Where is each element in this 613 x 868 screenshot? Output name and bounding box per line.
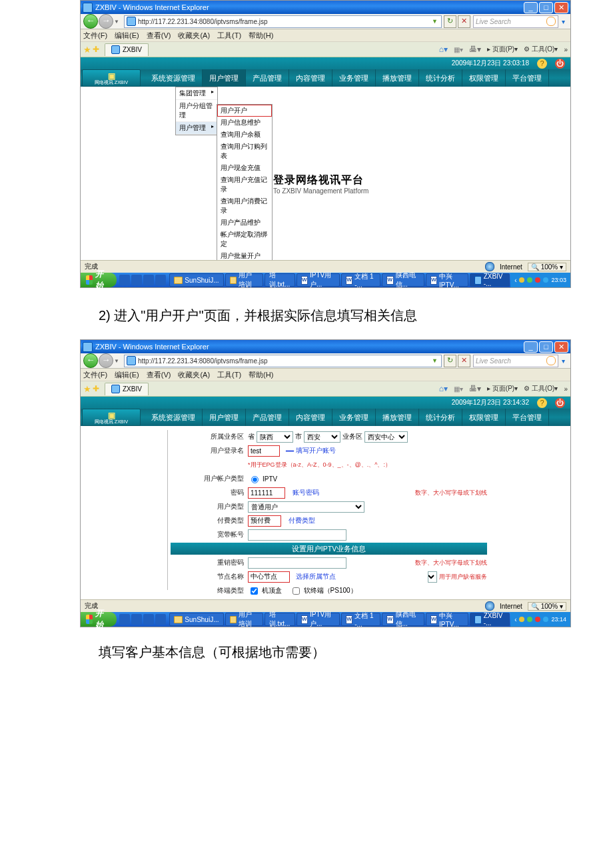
close-button[interactable]: ✕ [554, 341, 568, 353]
feeds-icon[interactable]: ▦▾ [454, 46, 463, 53]
tray-icon[interactable] [535, 277, 540, 283]
menu-tools[interactable]: 工具(T) [217, 31, 241, 41]
menu-perm[interactable]: 权限管理 [462, 69, 506, 87]
accttype-radio[interactable] [251, 476, 259, 483]
taskbar-item[interactable]: W中兴IPTV... [426, 613, 469, 626]
chevron-icon[interactable]: » [564, 385, 568, 393]
node-sel[interactable] [428, 571, 437, 583]
taskbar-item[interactable]: W陕西电信... [382, 613, 424, 626]
tools-menu[interactable]: ⚙ 工具(O)▾ [524, 45, 558, 54]
taskbar-item[interactable]: W陕西电信... [382, 273, 424, 287]
submenu2-item[interactable]: 用户产品维护 [217, 217, 272, 229]
menu-stat[interactable]: 统计分析 [419, 409, 462, 426]
ql-icon[interactable] [119, 614, 130, 625]
menu-product[interactable]: 产品管理 [246, 409, 289, 426]
menu-file[interactable]: 文件(F) [83, 31, 107, 41]
submenu1-item[interactable]: 用户管理▸ [176, 122, 217, 135]
tray-icon[interactable] [519, 277, 524, 283]
menu-content[interactable]: 内容管理 [289, 69, 332, 87]
menu-edit[interactable]: 编辑(E) [115, 370, 139, 380]
print-icon[interactable]: 🖶▾ [469, 384, 481, 393]
add-favorite-icon[interactable]: ✚ [93, 384, 99, 393]
power-icon[interactable]: ⏻ [555, 398, 565, 408]
home-icon[interactable]: ⌂▾ [439, 45, 448, 54]
submenu2-item[interactable]: 用户现金充值 [217, 162, 272, 174]
soft-checkbox[interactable] [293, 587, 300, 595]
refresh-button[interactable]: ↻ [444, 15, 456, 28]
svcarea-select[interactable]: 西安中心 [364, 431, 408, 443]
tray-icon[interactable] [535, 617, 540, 622]
menu-tools[interactable]: 工具(T) [217, 370, 241, 380]
favorites-icon[interactable]: ★ [83, 45, 91, 55]
address-bar[interactable]: http://117.22.231.34:8080/iptvsms/frame.… [124, 355, 442, 367]
help-icon[interactable]: ? [537, 398, 547, 408]
broadband-input[interactable] [248, 529, 346, 541]
maximize-button[interactable]: □ [539, 2, 553, 13]
browser-tab[interactable]: ZXBIV [105, 43, 149, 56]
refresh-button[interactable]: ↻ [444, 355, 456, 367]
menu-platform[interactable]: 平台管理 [506, 69, 549, 87]
favorites-icon[interactable]: ★ [83, 384, 91, 394]
page-menu[interactable]: ▸ 页面(P)▾ [487, 45, 518, 54]
submenu2-item[interactable]: 查询用户充值记录 [217, 174, 272, 195]
stb-checkbox[interactable] [251, 587, 258, 595]
password-input[interactable] [248, 487, 285, 499]
search-dropdown-icon[interactable]: ▾ [558, 18, 568, 25]
submenu2-item[interactable]: 帐户绑定取消绑定 [217, 229, 272, 250]
ql-icon[interactable] [131, 614, 142, 625]
home-icon[interactable]: ⌂▾ [439, 384, 448, 393]
menu-help[interactable]: 帮助(H) [249, 370, 273, 380]
submenu2-item[interactable]: 查询用户消费记录 [217, 195, 272, 217]
menu-play[interactable]: 播放管理 [376, 409, 419, 426]
tray-icon[interactable] [543, 617, 548, 622]
menu-fav[interactable]: 收藏夹(A) [178, 370, 210, 380]
chevron-icon[interactable]: » [564, 46, 568, 53]
search-box[interactable]: Live Search [473, 15, 558, 28]
menu-biz[interactable]: 业务管理 [332, 69, 376, 87]
add-favorite-icon[interactable]: ✚ [93, 45, 99, 54]
ql-icon[interactable] [155, 275, 166, 285]
taskbar-item[interactable]: SunShuiJ... [169, 273, 223, 287]
taskbar-item[interactable]: 培训.txt... [265, 273, 295, 287]
menu-play[interactable]: 播放管理 [376, 69, 419, 87]
menu-product[interactable]: 产品管理 [246, 69, 289, 87]
ql-icon[interactable] [155, 614, 166, 625]
minimize-button[interactable]: _ [524, 341, 538, 353]
stop-button[interactable]: ✕ [458, 355, 470, 367]
taskbar-item[interactable]: W文档 1 -... [341, 613, 380, 626]
menu-perm[interactable]: 权限管理 [462, 409, 506, 426]
taskbar-item[interactable]: W文档 1 -... [341, 273, 380, 287]
help-icon[interactable]: ? [537, 59, 547, 69]
tray-icon[interactable] [527, 617, 532, 622]
tray-icon[interactable] [527, 277, 532, 283]
menu-content[interactable]: 内容管理 [289, 409, 332, 426]
zoom-control[interactable]: 🔍 100% ▾ [528, 263, 566, 271]
paytype-input[interactable] [248, 515, 281, 527]
menu-file[interactable]: 文件(F) [83, 370, 107, 380]
menu-edit[interactable]: 编辑(E) [115, 31, 139, 41]
taskbar-item[interactable]: 用户培训 [225, 273, 263, 287]
menu-system[interactable]: 系统资源管理 [145, 409, 203, 426]
usertype-select[interactable]: 普通用户 [248, 501, 364, 513]
taskbar-item[interactable]: WIPTV用户... [297, 273, 340, 287]
search-dropdown-icon[interactable]: ▾ [558, 357, 568, 365]
taskbar-item[interactable]: WIPTV用户... [297, 613, 340, 626]
tray-expand-icon[interactable]: ‹ [514, 616, 516, 623]
login-input[interactable] [248, 445, 280, 457]
taskbar-item[interactable]: 培训.txt... [265, 613, 295, 626]
maximize-button[interactable]: □ [539, 341, 553, 353]
menu-user[interactable]: 用户管理 [203, 69, 246, 87]
resellpwd-input[interactable] [248, 557, 346, 569]
zoom-control[interactable]: 🔍 100% ▾ [528, 602, 566, 611]
tray-icon[interactable] [519, 617, 524, 622]
taskbar-item[interactable]: ZXBIV -... [470, 613, 510, 626]
submenu1-item[interactable]: 用户分组管理 [176, 100, 217, 122]
menu-platform[interactable]: 平台管理 [506, 409, 549, 426]
submenu2-item[interactable]: 用户信息维护 [217, 117, 272, 129]
forward-button[interactable]: → [99, 353, 113, 368]
tray-expand-icon[interactable]: ‹ [514, 277, 516, 284]
menu-stat[interactable]: 统计分析 [419, 69, 462, 87]
nav-dropdown-icon[interactable]: ▼ [114, 358, 120, 364]
submenu1-item[interactable]: 集团管理▸ [176, 87, 217, 100]
ql-icon[interactable] [131, 275, 142, 285]
